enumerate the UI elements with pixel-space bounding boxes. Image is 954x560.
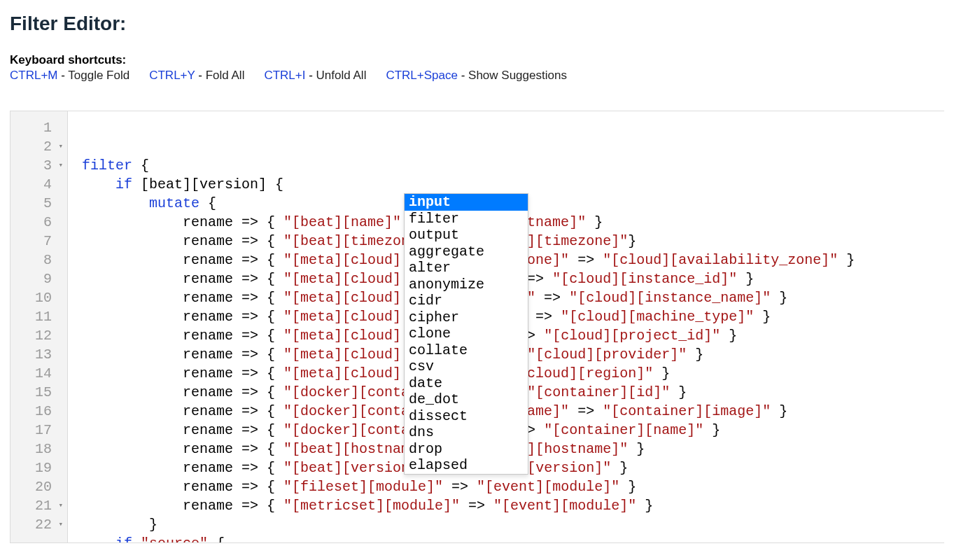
shortcut-fold-all: CTRL+Y - Fold All [149,69,244,83]
line-number: 2 [24,137,52,156]
editor-gutter: 12▾3▾456789101112131415161718192021▾22▾ [10,111,68,542]
gutter-line: 12 [10,326,67,345]
token-str: "[metricset][module]" [283,498,460,514]
token-id: => [527,309,561,325]
token-brace: } [838,252,855,268]
line-number: 6 [24,213,52,232]
shortcuts-label: Keyboard shortcuts: [10,53,944,67]
code-line[interactable]: if [beat][version] { [82,175,944,194]
fold-toggle-icon[interactable]: ▾ [55,496,63,515]
line-number: 17 [24,421,52,440]
gutter-line: 7 [10,232,67,251]
token-str: "[cloud][project_id]" [544,328,720,344]
autocomplete-item[interactable]: csv [405,358,528,375]
token-id: rename => { [82,328,283,344]
token-brace: } [687,346,703,363]
token-brace: } [653,365,670,382]
token-id: rename => { [82,422,283,438]
line-number: 22 [24,515,52,534]
autocomplete-item[interactable]: dissect [405,408,528,425]
shortcut-toggle-fold: CTRL+M - Toggle Fold [10,69,129,83]
token-id: => [535,290,569,306]
token-id: => [443,479,477,495]
token-brace: } [771,403,787,419]
token-brace: } [586,214,603,230]
token-id: rename => { [82,309,283,325]
token-brace: { [208,536,225,543]
shortcut-key: CTRL+Space [386,69,458,82]
token-id: rename => { [82,441,283,457]
autocomplete-item[interactable]: anonymize [405,276,528,293]
token-op [82,176,115,192]
token-str: "[beat][name]" [283,214,401,230]
token-kw: if [115,536,132,543]
gutter-line: 17 [10,421,67,440]
gutter-line: 10 [10,288,67,307]
autocomplete-item[interactable]: input [405,194,528,211]
fold-toggle-icon[interactable]: ▾ [55,137,63,156]
autocomplete-item[interactable]: elapsed [405,457,528,474]
token-brace: } [670,384,687,400]
token-id: rename => { [82,271,283,287]
code-editor[interactable]: 12▾3▾456789101112131415161718192021▾22▾ … [10,111,944,543]
token-str: "[container][image]" [603,403,771,419]
line-number: 4 [24,175,52,194]
token-str: "[cloud][availability_zone]" [603,252,838,268]
token-op [82,195,149,211]
token-id: rename => { [82,252,283,268]
token-id: rename => { [82,346,283,363]
autocomplete-item[interactable]: filter [405,211,528,227]
autocomplete-item[interactable]: alter [405,260,528,276]
gutter-line: 16 [10,402,67,421]
token-str: "[event][module]" [493,498,636,514]
autocomplete-item[interactable]: aggregate [405,244,528,260]
token-brace: { [199,195,216,211]
shortcut-desc: Toggle Fold [68,69,129,82]
autocomplete-item[interactable]: cipher [405,309,528,326]
page-title: Filter Editor: [10,13,944,35]
token-id: rename => { [82,290,283,306]
token-brace: } [703,422,720,438]
token-kw: if [115,176,132,192]
autocomplete-item[interactable]: drop [405,441,528,458]
gutter-line: 19 [10,458,67,477]
autocomplete-item[interactable]: clone [405,326,528,342]
autocomplete-item[interactable]: output [405,227,528,244]
code-line[interactable]: rename => { "[fileset][module]" => "[eve… [82,477,944,496]
token-id: rename => { [82,214,283,230]
gutter-line: 1 [10,118,67,137]
autocomplete-popup[interactable]: inputfilteroutputaggregatealteranonymize… [404,193,528,475]
autocomplete-item[interactable]: de_dot [405,391,528,408]
token-id: => [460,498,493,514]
autocomplete-item[interactable]: cidr [405,293,528,309]
token-brace: } [754,309,771,325]
line-number: 13 [24,345,52,364]
token-brace: } [636,498,653,514]
line-number: 20 [24,477,52,496]
fold-toggle-icon[interactable]: ▾ [55,515,63,534]
token-id: => [569,252,603,268]
token-id: rename => { [82,365,283,382]
token-str: "[cloud][instance_name]" [569,290,771,306]
shortcut-desc: Show Suggestions [468,69,567,82]
gutter-line: 8 [10,251,67,270]
code-line[interactable]: filter { [82,156,944,175]
editor-code-area[interactable]: filter { if [beat][version] { mutate { r… [68,111,944,542]
fold-toggle-icon[interactable]: ▾ [55,156,63,175]
token-brace: } [737,271,754,287]
shortcut-unfold-all: CTRL+I - Unfold All [264,69,366,83]
token-str: "[container][id]" [527,384,670,400]
autocomplete-item[interactable]: date [405,375,528,392]
gutter-line: 15 [10,383,67,402]
shortcut-key: CTRL+Y [149,69,195,82]
token-str: "[cloud][machine_type]" [561,309,754,325]
shortcut-key: CTRL+I [264,69,305,82]
autocomplete-item[interactable]: dns [405,424,528,441]
token-str: "[cloud][provider]" [527,346,687,363]
code-line[interactable]: } [82,515,944,534]
gutter-line: 5 [10,194,67,213]
code-line[interactable]: rename => { "[metricset][module]" => "[e… [82,496,944,515]
autocomplete-item[interactable]: collate [405,342,528,359]
token-kw: filter [82,158,132,174]
code-line[interactable]: if "source" { [82,534,944,543]
